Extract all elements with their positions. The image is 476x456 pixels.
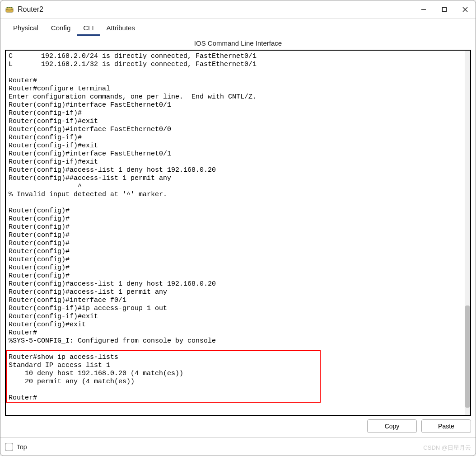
scrollbar-thumb[interactable] bbox=[465, 306, 470, 408]
tab-cli[interactable]: CLI bbox=[77, 21, 100, 36]
footer: Top CSDN @日星月云 bbox=[0, 437, 476, 456]
router-icon bbox=[5, 5, 14, 14]
titlebar: Router2 bbox=[0, 0, 476, 19]
svg-rect-3 bbox=[443, 7, 447, 11]
app-window: Router2 Physical Config CLI Attributes I… bbox=[0, 0, 476, 456]
tab-physical[interactable]: Physical bbox=[7, 21, 45, 36]
scrollbar-track[interactable] bbox=[465, 51, 470, 415]
maximize-button[interactable] bbox=[434, 0, 455, 18]
tab-attributes[interactable]: Attributes bbox=[100, 21, 141, 36]
window-controls bbox=[413, 0, 476, 18]
copy-button[interactable]: Copy bbox=[367, 419, 417, 433]
terminal-wrap: C 192.168.2.0/24 is directly connected, … bbox=[5, 50, 471, 433]
paste-button[interactable]: Paste bbox=[421, 419, 471, 433]
terminal-output[interactable]: C 192.168.2.0/24 is directly connected, … bbox=[6, 51, 465, 415]
top-checkbox[interactable] bbox=[5, 443, 13, 451]
watermark: CSDN @日星月云 bbox=[423, 444, 471, 452]
cli-title: IOS Command Line Interface bbox=[5, 36, 471, 50]
close-button[interactable] bbox=[455, 0, 476, 18]
tab-bar: Physical Config CLI Attributes bbox=[5, 21, 471, 36]
button-row: Copy Paste bbox=[5, 416, 471, 433]
terminal-container: C 192.168.2.0/24 is directly connected, … bbox=[5, 50, 471, 416]
window-title: Router2 bbox=[18, 5, 413, 14]
tab-config[interactable]: Config bbox=[45, 21, 77, 36]
content-area: Physical Config CLI Attributes IOS Comma… bbox=[0, 19, 476, 437]
top-label: Top bbox=[17, 443, 27, 451]
minimize-button[interactable] bbox=[413, 0, 434, 18]
